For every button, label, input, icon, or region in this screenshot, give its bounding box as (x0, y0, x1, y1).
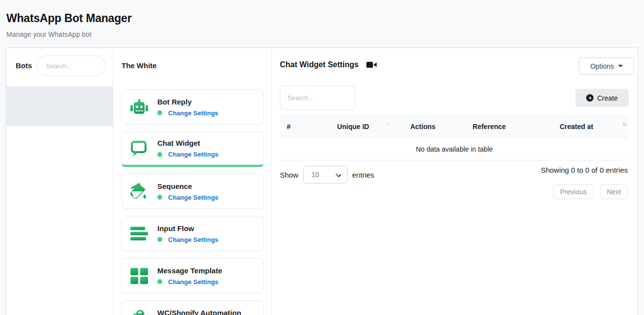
module-label: Sequence (157, 182, 219, 190)
create-button[interactable]: + Create (575, 89, 629, 107)
page-title: WhatsApp Bot Manager (6, 12, 131, 25)
chat-bubble-icon (130, 139, 149, 158)
column-header-actions[interactable]: Actions (392, 115, 454, 138)
table-search-input[interactable] (280, 85, 355, 110)
column-header-index[interactable]: # (280, 115, 315, 138)
module-card-bot-reply[interactable]: Bot Reply Change Settings (122, 89, 264, 125)
plus-circle-icon: + (586, 94, 594, 102)
video-camera-icon (366, 61, 377, 69)
table-header-row: # Unique ID ↑↓ Actions Reference Created… (280, 115, 629, 138)
bots-panel-title: Bots (16, 61, 32, 70)
sort-icon[interactable]: ↑↓ (622, 121, 625, 127)
status-dot (157, 279, 162, 284)
module-card-input-flow[interactable]: Input Flow Change Settings (122, 216, 264, 251)
module-label: WC/Shopify Automation (157, 309, 241, 315)
status-dot (157, 195, 162, 200)
module-label: Bot Reply (157, 98, 219, 106)
module-card-sequence[interactable]: Sequence Change Settings (122, 174, 264, 209)
module-label: Message Template (157, 266, 222, 275)
main-panel: Bots The White (6, 48, 638, 315)
bot-list-item-selected[interactable] (6, 86, 113, 126)
status-dot (157, 237, 162, 242)
next-page-button[interactable]: Next (600, 184, 628, 199)
options-button[interactable]: Options (579, 57, 634, 75)
widgets-table: # Unique ID ↑↓ Actions Reference Created… (280, 115, 629, 160)
status-dot (157, 152, 162, 157)
module-card-wc-shopify[interactable]: WC/Shopify Automation Change Settings (122, 300, 264, 315)
previous-page-button[interactable]: Previous (553, 184, 594, 199)
page-header: WhatsApp Bot Manager Manage your WhatsAp… (6, 12, 131, 38)
bots-search-input[interactable] (37, 55, 105, 76)
column-header-unique-id[interactable]: Unique ID ↑↓ (315, 115, 392, 138)
module-card-chat-widget[interactable]: Chat Widget Change Settings (122, 131, 264, 167)
change-settings-link[interactable]: Change Settings (168, 151, 219, 158)
selected-bot-name: The White (122, 61, 157, 70)
change-settings-link[interactable]: Change Settings (168, 278, 219, 286)
bots-panel: Bots (6, 48, 113, 315)
module-cards: Bot Reply Change Settings Chat Widget (122, 89, 264, 315)
chevron-down-icon (618, 65, 623, 67)
page-subtitle: Manage your WhatsApp bot (6, 30, 131, 38)
pagination-summary: Showing 0 to 0 of 0 entries (541, 166, 628, 174)
settings-panel: Chat Widget Settings Options + Create # (272, 48, 638, 315)
empty-table-row: No data available in table (280, 138, 629, 160)
change-settings-link[interactable]: Change Settings (168, 194, 219, 201)
options-button-label: Options (590, 62, 614, 70)
show-label: Show (280, 171, 298, 179)
shopping-bag-icon (130, 309, 149, 315)
sort-icon[interactable]: ↑↓ (385, 121, 388, 127)
create-button-label: Create (597, 94, 618, 102)
chevron-down-icon (335, 172, 341, 177)
status-dot (157, 110, 162, 115)
grid-icon (130, 266, 149, 285)
change-settings-link[interactable]: Change Settings (168, 109, 219, 117)
empty-table-message: No data available in table (280, 138, 629, 160)
modules-panel: The White Bot Reply (113, 48, 272, 315)
module-card-message-template[interactable]: Message Template Change Settings (122, 258, 264, 293)
bots-panel-header: Bots (6, 48, 113, 85)
change-settings-link[interactable]: Change Settings (168, 236, 219, 243)
module-label: Input Flow (157, 224, 219, 233)
paint-bucket-icon (130, 182, 149, 201)
module-label: Chat Widget (157, 139, 219, 147)
list-bars-icon (130, 224, 149, 243)
page-size-value: 10 (312, 171, 320, 179)
settings-panel-title: Chat Widget Settings (280, 60, 359, 69)
robot-icon (130, 98, 149, 116)
column-header-created-at[interactable]: Created at ↑↓ (524, 115, 629, 138)
entries-label: entries (352, 171, 374, 179)
column-header-reference[interactable]: Reference (454, 115, 524, 138)
page-size-select[interactable]: 10 (303, 166, 347, 184)
pagination-controls: Previous Next (553, 184, 628, 199)
